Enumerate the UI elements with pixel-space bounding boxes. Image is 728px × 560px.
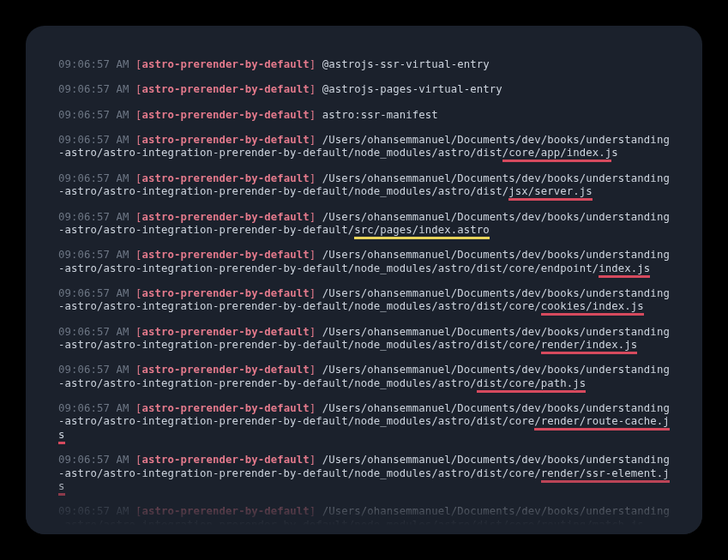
bracket-close: ] [310, 364, 316, 376]
log-timestamp: 09:06:57 AM [58, 454, 129, 466]
log-tag: astro-prerender-by-default [142, 287, 310, 299]
bracket-open: [ [135, 58, 142, 70]
log-line: 09:06:57 AM [astro-prerender-by-default]… [58, 134, 670, 160]
log-line: 09:06:57 AM [astro-prerender-by-default]… [58, 505, 670, 532]
bracket-open: [ [135, 454, 142, 466]
log-tag: astro-prerender-by-default [142, 134, 310, 146]
bracket-close: ] [310, 83, 316, 95]
log-timestamp: 09:06:57 AM [58, 172, 129, 184]
log-tag: astro-prerender-by-default [142, 326, 310, 338]
log-timestamp: 09:06:57 AM [58, 287, 129, 299]
bracket-close: ] [310, 134, 316, 146]
log-tag: astro-prerender-by-default [142, 58, 310, 70]
log-tag: astro-prerender-by-default [142, 249, 310, 261]
bracket-open: [ [135, 326, 142, 338]
log-line: 09:06:57 AM [astro-prerender-by-default]… [58, 58, 670, 71]
log-timestamp: 09:06:57 AM [58, 364, 129, 376]
log-timestamp: 09:06:57 AM [58, 402, 129, 414]
log-timestamp: 09:06:57 AM [58, 83, 129, 95]
bracket-close: ] [310, 287, 316, 299]
log-tag: astro-prerender-by-default [142, 364, 310, 376]
log-timestamp: 09:06:57 AM [58, 249, 129, 261]
log-message: @astrojs-ssr-virtual-entry [322, 58, 490, 70]
log-message-highlight: dist/core/path.js [477, 377, 587, 393]
bracket-open: [ [135, 172, 142, 184]
log-timestamp: 09:06:57 AM [58, 211, 129, 223]
log-timestamp: 09:06:57 AM [58, 134, 129, 146]
bracket-close: ] [310, 505, 316, 517]
bracket-close: ] [310, 109, 316, 121]
bracket-close: ] [310, 249, 316, 261]
log-message-highlight: src/pages/index.astro [354, 224, 490, 239]
bracket-open: [ [135, 364, 142, 376]
log-timestamp: 09:06:57 AM [58, 109, 129, 121]
log-timestamp: 09:06:57 AM [58, 505, 129, 517]
log-line: 09:06:57 AM [astro-prerender-by-default]… [58, 109, 670, 122]
bracket-open: [ [135, 83, 142, 95]
log-container: 09:06:57 AM [astro-prerender-by-default]… [58, 58, 670, 532]
log-line: 09:06:57 AM [astro-prerender-by-default]… [58, 402, 670, 442]
bracket-open: [ [135, 109, 142, 121]
bracket-open: [ [135, 211, 142, 223]
bracket-close: ] [310, 172, 316, 184]
log-line: 09:06:57 AM [astro-prerender-by-default]… [58, 454, 670, 493]
log-line: 09:06:57 AM [astro-prerender-by-default]… [58, 249, 670, 275]
log-timestamp: 09:06:57 AM [58, 326, 129, 338]
log-message-tail: s [611, 147, 618, 159]
log-line: 09:06:57 AM [astro-prerender-by-default]… [58, 172, 670, 199]
bracket-close: ] [310, 326, 316, 338]
log-line: 09:06:57 AM [astro-prerender-by-default]… [58, 287, 670, 314]
bracket-open: [ [135, 505, 142, 517]
log-message-highlight: render/index.js [541, 339, 638, 354]
log-message-highlight: jsx/server.js [508, 185, 593, 201]
log-line: 09:06:57 AM [astro-prerender-by-default]… [58, 326, 670, 352]
log-message-highlight: index.js [599, 262, 650, 278]
log-tag: astro-prerender-by-default [142, 172, 310, 184]
log-tag: astro-prerender-by-default [142, 109, 310, 121]
log-message-highlight: /core/app/index.j [502, 147, 612, 162]
log-tag: astro-prerender-by-default [142, 454, 310, 466]
log-line: 09:06:57 AM [astro-prerender-by-default]… [58, 211, 670, 238]
log-tag: astro-prerender-by-default [142, 402, 310, 414]
bracket-close: ] [310, 454, 316, 466]
log-tag: astro-prerender-by-default [142, 83, 310, 95]
log-message: astro:ssr-manifest [322, 109, 438, 121]
bracket-close: ] [310, 211, 316, 223]
bracket-close: ] [310, 402, 316, 414]
bracket-open: [ [135, 134, 142, 146]
log-message-highlight: cookies/index.js [541, 300, 644, 316]
bracket-close: ] [310, 58, 316, 70]
log-line: 09:06:57 AM [astro-prerender-by-default]… [58, 83, 670, 96]
bracket-open: [ [135, 249, 142, 261]
log-line: 09:06:57 AM [astro-prerender-by-default]… [58, 364, 670, 390]
log-tag: astro-prerender-by-default [142, 505, 310, 517]
bracket-open: [ [135, 287, 142, 299]
terminal-panel: 09:06:57 AM [astro-prerender-by-default]… [26, 26, 702, 534]
bracket-open: [ [135, 402, 142, 414]
log-message: @astrojs-pages-virtual-entry [322, 83, 502, 95]
log-tag: astro-prerender-by-default [142, 211, 310, 223]
log-timestamp: 09:06:57 AM [58, 58, 129, 70]
